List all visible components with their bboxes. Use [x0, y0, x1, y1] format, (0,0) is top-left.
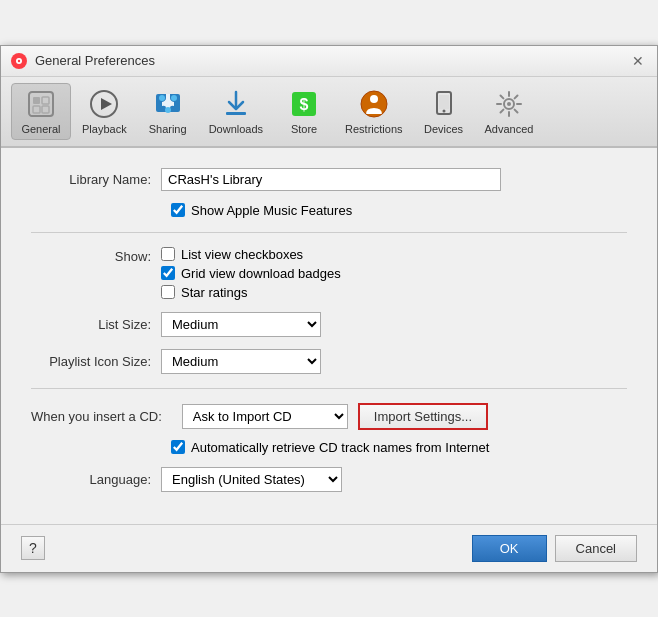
library-name-input[interactable] [161, 168, 501, 191]
grid-view-label: Grid view download badges [181, 266, 341, 281]
help-button[interactable]: ? [21, 536, 45, 560]
library-name-label: Library Name: [31, 172, 161, 187]
tab-devices[interactable]: Devices [414, 83, 474, 140]
svg-point-2 [18, 59, 20, 61]
svg-point-13 [165, 107, 171, 113]
svg-marker-9 [101, 98, 112, 110]
advanced-icon [493, 88, 525, 120]
cancel-button[interactable]: Cancel [555, 535, 637, 562]
toolbar: General Playback [1, 77, 657, 148]
apple-music-row: Show Apple Music Features [171, 203, 627, 218]
main-content: Library Name: Show Apple Music Features … [1, 148, 657, 524]
playback-icon [88, 88, 120, 120]
tab-playback[interactable]: Playback [73, 83, 136, 140]
import-settings-button[interactable]: Import Settings... [358, 403, 488, 430]
apple-music-checkbox[interactable] [171, 203, 185, 217]
tab-general[interactable]: General [11, 83, 71, 140]
library-name-row: Library Name: [31, 168, 627, 191]
list-size-select[interactable]: Small Medium Large [161, 312, 321, 337]
tab-restrictions[interactable]: Restrictions [336, 83, 411, 140]
grid-view-checkbox[interactable] [161, 266, 175, 280]
tab-restrictions-label: Restrictions [345, 123, 402, 135]
language-label: Language: [31, 472, 161, 487]
general-icon [25, 88, 57, 120]
star-ratings-label: Star ratings [181, 285, 247, 300]
tab-store[interactable]: $ Store [274, 83, 334, 140]
svg-point-18 [370, 95, 378, 103]
show-row: Show: List view checkboxes Grid view dow… [31, 247, 627, 300]
apple-music-label: Show Apple Music Features [191, 203, 352, 218]
auto-retrieve-row: Automatically retrieve CD track names fr… [171, 440, 627, 455]
svg-rect-5 [42, 97, 49, 104]
svg-rect-7 [42, 106, 49, 113]
title-bar: General Preferences ✕ [1, 46, 657, 77]
svg-line-32 [501, 109, 504, 112]
close-button[interactable]: ✕ [629, 52, 647, 70]
show-options-group: List view checkboxes Grid view download … [161, 247, 341, 300]
tab-downloads-label: Downloads [209, 123, 263, 135]
footer: ? OK Cancel [1, 524, 657, 572]
cd-insert-select[interactable]: Ask to Import CD Import CD Import CD and… [182, 404, 348, 429]
auto-retrieve-checkbox[interactable] [171, 440, 185, 454]
auto-retrieve-checkbox-row: Automatically retrieve CD track names fr… [171, 440, 489, 455]
playlist-icon-size-row: Playlist Icon Size: Small Medium Large [31, 349, 627, 374]
svg-text:$: $ [300, 96, 309, 113]
tab-sharing-label: Sharing [149, 123, 187, 135]
downloads-icon [220, 88, 252, 120]
tab-downloads[interactable]: Downloads [200, 83, 272, 140]
svg-line-30 [515, 109, 518, 112]
tab-playback-label: Playback [82, 123, 127, 135]
tab-advanced-label: Advanced [485, 123, 534, 135]
ok-button[interactable]: OK [472, 535, 547, 562]
tab-general-label: General [21, 123, 60, 135]
star-ratings-row: Star ratings [161, 285, 341, 300]
list-view-label: List view checkboxes [181, 247, 303, 262]
svg-line-29 [501, 95, 504, 98]
divider-2 [31, 388, 627, 389]
window-title: General Preferences [35, 53, 155, 68]
playlist-icon-size-label: Playlist Icon Size: [31, 354, 161, 369]
svg-point-22 [442, 109, 445, 112]
language-row: Language: English (United States) [31, 467, 627, 492]
apple-music-checkbox-row: Show Apple Music Features [171, 203, 352, 218]
store-icon: $ [288, 88, 320, 120]
svg-rect-21 [439, 95, 449, 109]
divider-1 [31, 232, 627, 233]
svg-point-24 [507, 102, 511, 106]
svg-rect-4 [33, 97, 40, 104]
itunes-icon [11, 53, 27, 69]
title-bar-left: General Preferences [11, 53, 155, 69]
playlist-icon-size-select[interactable]: Small Medium Large [161, 349, 321, 374]
list-view-row: List view checkboxes [161, 247, 341, 262]
restrictions-icon [358, 88, 390, 120]
language-select[interactable]: English (United States) [161, 467, 342, 492]
list-view-checkbox[interactable] [161, 247, 175, 261]
cd-insert-row: When you insert a CD: Ask to Import CD I… [31, 403, 627, 430]
footer-buttons: OK Cancel [472, 535, 637, 562]
show-label: Show: [31, 247, 161, 264]
svg-point-11 [171, 95, 177, 101]
tab-sharing[interactable]: Sharing [138, 83, 198, 140]
list-size-label: List Size: [31, 317, 161, 332]
sharing-icon [152, 88, 184, 120]
star-ratings-checkbox[interactable] [161, 285, 175, 299]
devices-icon [428, 88, 460, 120]
svg-line-31 [515, 95, 518, 98]
grid-view-row: Grid view download badges [161, 266, 341, 281]
cd-insert-label: When you insert a CD: [31, 409, 172, 424]
tab-advanced[interactable]: Advanced [476, 83, 543, 140]
tab-devices-label: Devices [424, 123, 463, 135]
tab-store-label: Store [291, 123, 317, 135]
svg-rect-14 [226, 112, 246, 115]
auto-retrieve-label: Automatically retrieve CD track names fr… [191, 440, 489, 455]
svg-point-12 [159, 95, 165, 101]
preferences-window: General Preferences ✕ General [0, 45, 658, 573]
list-size-row: List Size: Small Medium Large [31, 312, 627, 337]
svg-rect-6 [33, 106, 40, 113]
